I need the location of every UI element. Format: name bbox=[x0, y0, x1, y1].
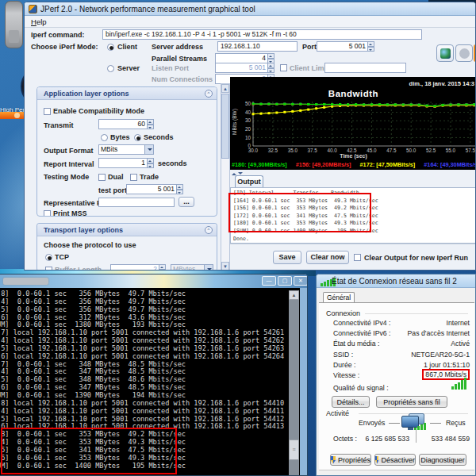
iperf-command-field[interactable]: bin/iperf.exe -c 192.168.1.10 -P 4 -i 1 … bbox=[102, 29, 422, 40]
tcp-label: TCP bbox=[55, 253, 69, 261]
chart-x-axis-label: Time (sec) bbox=[230, 153, 476, 159]
server-radio[interactable] bbox=[107, 65, 114, 72]
browse-button[interactable]: ... bbox=[178, 197, 194, 207]
bytes-label: Bytes bbox=[110, 133, 130, 141]
client-radio[interactable] bbox=[107, 44, 114, 51]
scroll-up-icon[interactable]: ▲ bbox=[221, 84, 229, 93]
octets-divider bbox=[416, 430, 416, 443]
terminal-title-blurred bbox=[3, 278, 48, 285]
connection-group-label: Connexion bbox=[326, 309, 360, 317]
stop-icon bbox=[459, 48, 470, 59]
seconds-radio[interactable] bbox=[134, 134, 141, 141]
svg-text:35.0: 35.0 bbox=[288, 148, 298, 153]
save-button[interactable]: Save bbox=[273, 251, 301, 264]
collapse-icon[interactable]: ^ bbox=[205, 226, 213, 234]
menu-help[interactable]: Help bbox=[31, 17, 47, 26]
signal-quality-label: Qualité du signal : bbox=[333, 384, 389, 392]
transmit-spinner[interactable]: 60 bbox=[98, 119, 154, 129]
legend-entry: #172: [47,50MBits/s] bbox=[360, 161, 416, 168]
sent-label: Envoyés bbox=[359, 419, 385, 427]
annotation-box-terminal bbox=[1, 428, 177, 474]
port-spinner[interactable]: 5 001 bbox=[317, 41, 374, 52]
tcp-radio[interactable] bbox=[45, 254, 52, 261]
stop-iperf-button[interactable] bbox=[455, 44, 473, 62]
tab-general[interactable]: Général bbox=[323, 292, 355, 303]
tab-output[interactable]: Output bbox=[235, 175, 263, 187]
trade-checkbox[interactable] bbox=[130, 174, 137, 181]
server-address-field[interactable]: 192.168.1.10 bbox=[217, 41, 298, 52]
octets-received-value: 533 484 559 bbox=[424, 435, 470, 443]
row-label: Connectivité IPv6 : bbox=[333, 329, 390, 337]
octets-label: Octets : bbox=[333, 435, 357, 443]
clear-now-button[interactable]: Clear now bbox=[306, 251, 349, 264]
output-format-combo[interactable]: MBits bbox=[98, 144, 154, 155]
background-window-fragment bbox=[0, 112, 25, 119]
representative-file-field[interactable] bbox=[98, 198, 175, 207]
dash-line bbox=[430, 423, 441, 424]
print-mss-checkbox[interactable] bbox=[44, 210, 51, 217]
clear-output-checkbox[interactable] bbox=[354, 254, 361, 261]
row-label: Vitesse : bbox=[333, 371, 359, 379]
buffer-length-spinner: 2 bbox=[110, 264, 166, 271]
options-scrollbar[interactable]: ▲ ▼ bbox=[221, 83, 230, 271]
svg-text:40: 40 bbox=[245, 109, 251, 115]
clear-output-label: Clear Output for new Iperf Run bbox=[364, 254, 468, 262]
scrollbar-thumb[interactable] bbox=[221, 94, 229, 159]
dual-label: Dual bbox=[108, 173, 124, 181]
terminal-maximize-button[interactable]: ▢ bbox=[278, 276, 292, 286]
diagnose-button[interactable]: Diagnostiquer bbox=[419, 454, 466, 466]
report-interval-label: Report Interval bbox=[44, 160, 94, 168]
choose-protocol-label: Choose the protocol to use bbox=[44, 241, 136, 249]
scroll-down-icon[interactable]: ▼ bbox=[221, 262, 229, 271]
enable-compat-checkbox[interactable] bbox=[44, 108, 51, 115]
terminal-minimize-button[interactable]: — bbox=[262, 276, 276, 286]
svg-text:45.0: 45.0 bbox=[367, 148, 377, 153]
row-label: Connectivité IPv4 : bbox=[333, 319, 390, 327]
legend-entry: #156: [49,20MBits/s] bbox=[296, 161, 351, 168]
uac-shield-icon bbox=[375, 456, 378, 464]
svg-text:40.0: 40.0 bbox=[327, 148, 337, 153]
client-radio-label: Client bbox=[117, 43, 137, 51]
chart-legend: #180: [49,30MBits/s]#156: [49,20MBits/s]… bbox=[232, 161, 476, 168]
dialog-title: État de Connexion réseau sans fil 2 bbox=[332, 277, 457, 286]
connection-row: État du média : Activé bbox=[333, 340, 470, 350]
properties-button[interactable]: Propriétés bbox=[330, 454, 371, 466]
svg-text:50.0: 50.0 bbox=[406, 148, 416, 153]
collapse-icon[interactable]: ^ bbox=[205, 90, 213, 98]
report-interval-unit: seconds bbox=[158, 159, 187, 167]
server-radio-label: Server bbox=[117, 64, 140, 72]
disable-button[interactable]: Désactiver bbox=[374, 454, 416, 466]
scrollbar-thumb[interactable]: ≡ bbox=[289, 440, 299, 460]
svg-text:10: 10 bbox=[245, 135, 251, 140]
connection-row: Connectivité IPv6 : Pas d'accès Internet bbox=[333, 329, 470, 340]
row-value: Internet bbox=[447, 319, 470, 327]
splitter-up-icon[interactable] bbox=[232, 171, 236, 175]
print-mss-label: Print MSS bbox=[53, 209, 87, 217]
client-limit-field[interactable] bbox=[324, 63, 406, 73]
report-interval-spinner[interactable]: 1 bbox=[98, 158, 154, 168]
iperf-command-label: Iperf command: bbox=[31, 31, 85, 39]
server-address-label: Server address bbox=[152, 43, 203, 51]
details-button[interactable]: Détails... bbox=[332, 396, 370, 408]
test-port-spinner[interactable]: 5 001 bbox=[126, 184, 183, 194]
scroll-up-icon[interactable]: ▲ bbox=[289, 290, 299, 300]
run-iperf-button[interactable] bbox=[436, 44, 454, 62]
terminal-close-button[interactable]: ✕ bbox=[294, 276, 308, 286]
connection-row: Connectivité IPv4 : Internet bbox=[333, 319, 470, 329]
row-value: 1 jour 01:51:10 bbox=[424, 361, 470, 369]
num-connections-label: Num Connections bbox=[152, 75, 213, 83]
group-divider bbox=[365, 313, 468, 314]
dual-checkbox[interactable] bbox=[98, 174, 106, 181]
dialog-page: Connexion Connectivité IPv4 : Internet C… bbox=[319, 302, 474, 475]
client-limit-checkbox[interactable] bbox=[280, 64, 287, 71]
jperf-window: JPerf 2.0 - Network performance measurem… bbox=[24, 2, 476, 271]
buffer-length-checkbox[interactable] bbox=[45, 267, 52, 271]
port-label: Port bbox=[302, 43, 317, 51]
svg-text:57.5: 57.5 bbox=[466, 148, 476, 153]
row-value: Activé bbox=[451, 340, 470, 347]
wireless-properties-button[interactable]: Propriétés sans fil bbox=[376, 396, 447, 408]
received-label: Reçus bbox=[446, 419, 466, 427]
enable-compat-label: Enable Compatibility Mode bbox=[53, 107, 144, 115]
bytes-radio[interactable] bbox=[101, 134, 108, 141]
terminal-scrollbar[interactable]: ▲ ≡ bbox=[289, 290, 299, 476]
